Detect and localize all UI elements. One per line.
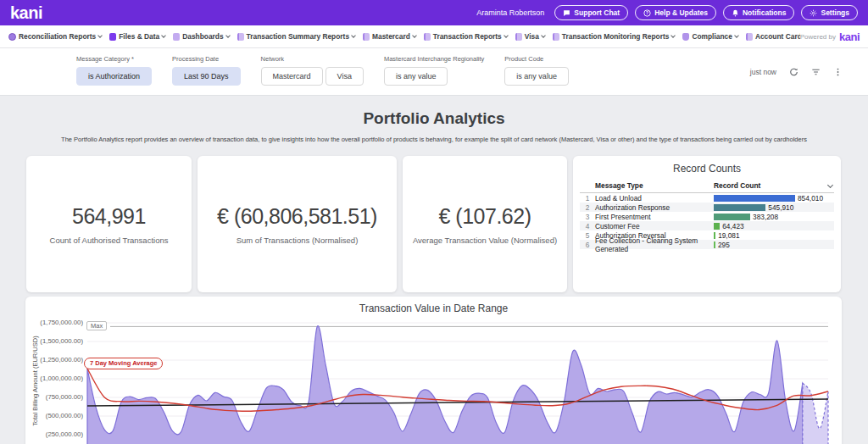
row-index: 2	[580, 203, 595, 212]
chevron-down-icon	[225, 33, 231, 38]
shield-icon	[682, 33, 689, 41]
nav-item-mastercard[interactable]: Mastercard	[363, 32, 416, 41]
button-label: Help & Updates	[654, 8, 708, 17]
kpi-label: Sum of Transactions (Normalised)	[236, 236, 359, 245]
chat-icon	[563, 9, 570, 17]
report-icon	[363, 33, 370, 41]
message-type-cell: First Presentment	[595, 213, 714, 221]
settings-button[interactable]: Settings	[801, 5, 858, 20]
filter-label: Processing Date	[172, 55, 241, 63]
chevron-down-icon	[734, 33, 739, 38]
kpi-card-average-transaction-value-normalised: € (107.62)Average Transaction Value (Nor…	[403, 156, 567, 292]
dashboard-main: Portfolio Analytics The Portfolio Analyt…	[0, 96, 868, 444]
dashboard-icon	[173, 33, 180, 41]
dashboard-actions: just now	[750, 67, 843, 76]
record-count-value: 19,081	[718, 231, 739, 240]
chevron-down-icon	[541, 33, 546, 38]
chevron-down-icon	[97, 33, 103, 38]
column-header-record-count[interactable]: Record Count	[714, 181, 834, 190]
filter-chip-is-any-value[interactable]: is any value	[504, 67, 569, 86]
powered-by-text: Powered by	[800, 33, 836, 41]
y-tick-label: (250,000.00)	[25, 430, 83, 438]
nav-item-compliance[interactable]: Compliance	[682, 32, 737, 41]
button-label: Support Chat	[574, 8, 620, 17]
nav-item-label: Dashboards	[182, 32, 223, 41]
filter-chip-is-authorization[interactable]: is Authorization	[76, 67, 152, 86]
filter-chip-visa[interactable]: Visa	[326, 67, 364, 86]
record-counts-card: Record Counts Message Type Record Count …	[573, 156, 841, 292]
app-root: kani Araminta Robertson Support Chat?Hel…	[0, 0, 868, 444]
record-count-bar	[714, 195, 795, 202]
notifications-button[interactable]: Notifications	[723, 5, 794, 20]
nav-item-account-card-reports[interactable]: Account Card Reports	[746, 32, 800, 41]
row-index: 4	[580, 222, 595, 230]
filter-chip-last-90-days[interactable]: Last 90 Days	[172, 67, 241, 86]
column-header-message-type[interactable]: Message Type	[595, 181, 714, 190]
record-count-bar	[714, 241, 715, 248]
kpi-card-count-of-authorised-transactions: 564,991Count of Authorised Transactions	[26, 156, 192, 292]
kpi-row: 564,991Count of Authorised Transactions€…	[26, 156, 843, 292]
table-row-authorization-response[interactable]: 2Authorization Response545,910	[580, 203, 834, 212]
kpi-label: Count of Authorised Transactions	[50, 236, 169, 245]
message-type-cell: Customer Fee	[595, 222, 714, 230]
nav-item-label: Transaction Reports	[433, 32, 502, 41]
nav-item-visa[interactable]: Visa	[515, 32, 545, 41]
record-count-value: 295	[718, 241, 730, 249]
help-updates-button[interactable]: ?Help & Updates	[635, 5, 716, 20]
row-index: 3	[580, 213, 595, 221]
filter-icon[interactable]	[811, 67, 821, 76]
button-label: Notifications	[743, 8, 786, 17]
chevron-down-icon[interactable]	[828, 182, 832, 191]
nav-bar: Reconciliation ReportsFiles & DataDashbo…	[0, 25, 868, 48]
chart-title: Transaction Value in Date Range	[25, 302, 842, 314]
area-chart[interactable]	[25, 297, 842, 444]
filter-group-network: NetworkMastercardVisa	[261, 55, 364, 86]
kpi-value: 564,991	[72, 204, 146, 229]
filter-bar: Message Category *is AuthorizationProces…	[0, 48, 868, 96]
max-reference-label: Max	[86, 321, 107, 330]
record-count-value: 854,010	[798, 194, 823, 203]
table-row-customer-fee[interactable]: 4Customer Fee64,423	[580, 221, 834, 230]
support-chat-button[interactable]: Support Chat	[554, 5, 628, 20]
nav-item-label: Files & Data	[119, 32, 159, 41]
nav-item-label: Transaction Summary Reports	[247, 32, 349, 41]
help-icon: ?	[643, 9, 651, 17]
nav-item-dashboards[interactable]: Dashboards	[173, 32, 229, 41]
report-icon	[237, 33, 244, 41]
page-description: The Portfolio Analytics report provides …	[0, 136, 868, 143]
table-row-fee-collection-clearing-system-generated[interactable]: 6Fee Collection - Clearing System Genera…	[580, 240, 834, 249]
record-count-bar	[714, 223, 720, 230]
nav-item-files-data[interactable]: Files & Data	[109, 32, 165, 41]
svg-text:?: ?	[646, 11, 648, 15]
globe-icon	[8, 33, 16, 41]
table-row-load-unload[interactable]: 1Load & Unload854,010	[580, 193, 834, 203]
bell-icon	[732, 9, 739, 17]
record-count-bar	[714, 204, 765, 211]
gear-icon	[810, 9, 817, 17]
nav-item-reconciliation-reports[interactable]: Reconciliation Reports	[8, 32, 102, 41]
record-count-cell: 854,010	[714, 194, 834, 203]
message-type-cell: Load & Unload	[595, 194, 714, 203]
refresh-icon[interactable]	[789, 67, 798, 76]
table-header-row: Message Type Record Count	[580, 180, 834, 193]
more-options-icon[interactable]	[833, 67, 843, 76]
record-count-bar	[714, 232, 715, 239]
nav-item-label: Compliance	[692, 32, 732, 41]
nav-item-transaction-monitoring-reports[interactable]: Transaction Monitoring Reports	[553, 32, 676, 41]
record-count-value: 545,910	[768, 203, 793, 212]
filter-chip-is-any-value[interactable]: is any value	[384, 67, 448, 86]
moving-average-label: 7 Day Moving Average	[84, 358, 163, 369]
kpi-value: € (107.62)	[439, 204, 531, 229]
row-index: 5	[580, 231, 595, 240]
record-count-cell: 19,081	[714, 231, 834, 240]
kpi-label: Average Transaction Value (Normalised)	[413, 236, 557, 245]
kpi-value: € (60,806,581.51)	[217, 204, 377, 229]
nav-item-transaction-summary-reports[interactable]: Transaction Summary Reports	[237, 32, 355, 41]
row-index: 1	[580, 194, 595, 203]
chevron-down-icon	[504, 33, 509, 38]
table-row-first-presentment[interactable]: 3First Presentment383,208	[580, 212, 834, 221]
nav-item-label: Reconciliation Reports	[19, 32, 96, 41]
report-icon	[746, 33, 753, 41]
nav-item-transaction-reports[interactable]: Transaction Reports	[424, 32, 508, 41]
filter-chip-mastercard[interactable]: Mastercard	[261, 67, 323, 86]
